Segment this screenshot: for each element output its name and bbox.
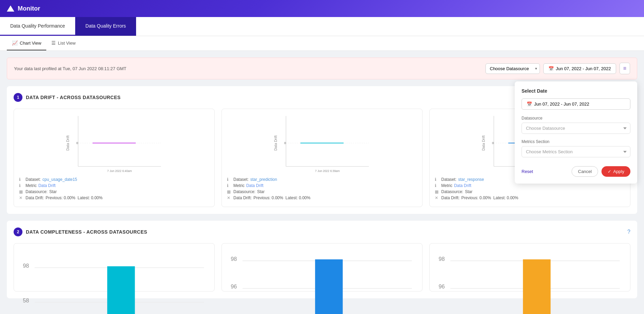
svg-text:7 Jun 2022 6:39am: 7 Jun 2022 6:39am (315, 169, 340, 173)
dataset-link-1[interactable]: cpu_usage_date15 (43, 177, 77, 182)
filter-datasource-select[interactable]: Choose Datasource (522, 123, 630, 134)
filter-calendar-icon: 📅 (527, 101, 532, 107)
drift-svg-1: Data Drift 0 7 Jun 2022 6:40am (17, 112, 211, 174)
date-range-button[interactable]: 📅 Jun 07, 2022 - Jun 07, 2022 (543, 63, 616, 74)
reset-button[interactable]: Reset (522, 169, 533, 174)
svg-rect-31 (315, 260, 343, 314)
datasource-label: Datasource (522, 116, 630, 121)
bar-svg-2: 98 96 (225, 247, 419, 314)
metric-link-2[interactable]: Data Drift (246, 183, 264, 188)
meta-metric-3: ℹ Metric Data Drift (435, 183, 625, 188)
meta-datasource-3: ▦ Datasource: Star (435, 189, 625, 194)
section2-header: 2 DATA COMPLETENESS - ACROSS DATASOURCES… (14, 227, 630, 236)
completeness-card-2: 98 96 (221, 243, 423, 292)
drift-card-1: Data Drift 0 7 Jun 2022 6:40am ℹ Dataset… (14, 109, 215, 207)
dataset-link-2[interactable]: star_prediction (250, 177, 277, 182)
cancel-button[interactable]: Cancel (572, 166, 598, 177)
datasource-select[interactable]: Choose Datasource (485, 63, 540, 74)
filter-icon: ≡ (623, 65, 626, 71)
svg-text:0: 0 (284, 141, 286, 145)
svg-text:0: 0 (76, 141, 78, 145)
filter-panel-title: Select Date (522, 88, 630, 94)
section1-title: DATA DRIFT - ACROSS DATASOURCES (26, 95, 121, 100)
percent-icon-1: ✕ (19, 195, 24, 200)
chart-icon: 📈 (12, 40, 18, 46)
meta-datasource-2: ▦ Datasource: Star (227, 189, 417, 194)
sub-tabs-bar: 📈 Chart View ☰ List View (0, 36, 644, 51)
section2-number: 2 (14, 227, 22, 236)
filter-button[interactable]: ≡ (620, 63, 630, 74)
svg-text:0: 0 (492, 141, 494, 145)
meta-metric-1: ℹ Metric Data Drift (19, 183, 209, 188)
dataset-link-3[interactable]: star_response (458, 177, 484, 182)
metric-link-1[interactable]: Data Drift (38, 183, 56, 188)
drift-chart-2: Data Drift 0 7 Jun 2022 6:39am (225, 112, 419, 174)
metrics-label: Metrics Section (522, 139, 630, 144)
action-buttons: Cancel ✓ Apply (572, 166, 630, 177)
grid-icon-2: ▦ (227, 189, 232, 194)
check-icon: ✓ (608, 169, 611, 174)
info-icon-m3: ℹ (435, 183, 440, 188)
calendar-icon: 📅 (548, 66, 554, 71)
svg-text:Data Drift: Data Drift (481, 136, 485, 151)
bar-chart-2: 98 96 (225, 247, 419, 288)
alert-bar: Your data last profiled at Tue, 07 Jun 2… (7, 58, 637, 79)
svg-rect-25 (107, 266, 135, 314)
grid-icon-1: ▦ (19, 189, 24, 194)
apply-button[interactable]: ✓ Apply (601, 166, 630, 177)
datasource-select-wrapper: Choose Datasource (485, 63, 540, 74)
svg-text:7 Jun 2022 6:40am: 7 Jun 2022 6:40am (107, 169, 132, 173)
section2-title: DATA COMPLETENESS - ACROSS DATASOURCES (26, 229, 147, 235)
bar-svg-3: 98 96 (433, 247, 627, 314)
main-content: Your data last profiled at Tue, 07 Jun 2… (0, 51, 644, 314)
drift-chart-1: Data Drift 0 7 Jun 2022 6:40am (17, 112, 211, 174)
filter-date-button[interactable]: 📅 Jun 07, 2022 - Jun 07, 2022 (522, 98, 630, 110)
completeness-card-1: 98 58 (14, 243, 215, 292)
filter-metrics-select[interactable]: Choose Metrics Section (522, 146, 630, 157)
completeness-cards-grid: 98 58 98 96 (14, 243, 630, 292)
filter-actions: Reset Cancel ✓ Apply (522, 166, 630, 177)
info-icon-m2: ℹ (227, 183, 232, 188)
info-icon-2: ℹ (227, 177, 232, 182)
meta-dataset-2: ℹ Dataset: star_prediction (227, 177, 417, 182)
drift-card-2-meta: ℹ Dataset: star_prediction ℹ Metric Data… (225, 174, 419, 203)
svg-text:58: 58 (23, 297, 29, 303)
app-header: Monitor (0, 0, 644, 17)
svg-text:96: 96 (439, 283, 445, 289)
alert-controls: Choose Datasource 📅 Jun 07, 2022 - Jun 0… (485, 63, 630, 74)
meta-datasource-1: ▦ Datasource: Star (19, 189, 209, 194)
main-tabs: Data Quality Performance Data Quality Er… (0, 17, 644, 36)
tab-list-view[interactable]: ☰ List View (46, 36, 81, 50)
svg-text:98: 98 (439, 256, 445, 262)
grid-icon-3: ▦ (435, 189, 440, 194)
meta-dataset-1: ℹ Dataset: cpu_usage_date15 (19, 177, 209, 182)
app-title: Monitor (18, 5, 40, 12)
percent-icon-2: ✕ (227, 195, 232, 200)
tab-data-quality-performance[interactable]: Data Quality Performance (0, 17, 75, 36)
meta-drift-3: ✕ Data Drift: Previous: 0.00% Latest: 0.… (435, 195, 625, 200)
metric-link-3[interactable]: Data Drift (454, 183, 472, 188)
tab-chart-view[interactable]: 📈 Chart View (7, 36, 46, 50)
svg-text:98: 98 (23, 263, 29, 269)
info-icon-3: ℹ (435, 177, 440, 182)
bar-chart-3: 98 96 (433, 247, 627, 288)
drift-card-1-meta: ℹ Dataset: cpu_usage_date15 ℹ Metric Dat… (17, 174, 211, 203)
info-icon-1: ℹ (19, 177, 24, 182)
app-logo (7, 5, 14, 12)
section-data-completeness: 2 DATA COMPLETENESS - ACROSS DATASOURCES… (7, 221, 637, 298)
bar-chart-1: 98 58 (17, 247, 211, 288)
drift-card-2: Data Drift 0 7 Jun 2022 6:39am ℹ Dataset… (221, 109, 423, 207)
drift-svg-2: Data Drift 0 7 Jun 2022 6:39am (225, 112, 419, 174)
completeness-card-3: 98 96 (429, 243, 630, 292)
info-icon-m1: ℹ (19, 183, 24, 188)
percent-icon-3: ✕ (435, 195, 440, 200)
filter-panel: Select Date 📅 Jun 07, 2022 - Jun 07, 202… (515, 81, 637, 184)
bar-svg-1: 98 58 (17, 247, 211, 314)
svg-rect-37 (523, 260, 550, 314)
meta-drift-1: ✕ Data Drift: Previous: 0.00% Latest: 0.… (19, 195, 209, 200)
svg-text:96: 96 (231, 283, 237, 289)
svg-text:Data Drift: Data Drift (274, 136, 278, 151)
section1-number: 1 (14, 93, 22, 102)
tab-data-quality-errors[interactable]: Data Quality Errors (75, 17, 136, 36)
section2-info-icon[interactable]: ? (627, 229, 630, 235)
